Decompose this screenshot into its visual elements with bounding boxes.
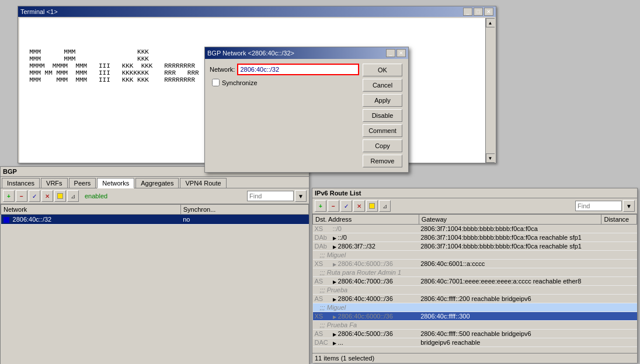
- ipv6-find-dropdown[interactable]: ▼: [623, 200, 635, 212]
- cell-distance: [601, 260, 637, 268]
- dialog-title: BGP Network <2806:40c::/32>: [207, 50, 294, 57]
- ipv6-filter-button[interactable]: ⊿: [379, 200, 391, 212]
- terminal-minimize-button[interactable]: _: [463, 8, 472, 16]
- scrollbar-up[interactable]: ▲: [486, 18, 495, 27]
- table-row[interactable]: DAb ▶ 2806:3f7::/32 2806:3f7:1004:bbbb:b…: [313, 242, 637, 251]
- synchronize-row: Synchronize: [212, 79, 359, 86]
- table-row[interactable]: AS ▶ 2806:40c:5000::/36 2806:40c:ffff::5…: [313, 330, 637, 338]
- network-field-row: Network:: [210, 64, 359, 75]
- cell-gateway: 2806:40c:ffff::300: [419, 312, 601, 321]
- cell-gateway: 2806:40c:ffff::200 reachable bridgeipv6: [419, 295, 601, 303]
- cell-distance: [601, 312, 637, 321]
- find-dropdown[interactable]: ▼: [295, 190, 307, 202]
- dialog-close-button[interactable]: ✕: [396, 49, 406, 57]
- bgp-find-input[interactable]: [247, 191, 294, 201]
- ipv6-status-text: 11 items (1 selected): [315, 355, 374, 362]
- disable-button[interactable]: Disable: [363, 109, 402, 122]
- ok-button[interactable]: OK: [363, 64, 402, 76]
- cell-dst: DAb ▶ 2806:3f7::/32: [313, 242, 419, 251]
- tab-vrfs[interactable]: VRFs: [41, 178, 68, 188]
- cell-dst: AS ▶ 2806:40c:5000::/36: [313, 330, 419, 338]
- table-row[interactable]: ;;; Prueba Fa: [313, 321, 637, 330]
- dialog-buttons: OK Cancel Apply Disable Comment Copy Rem…: [363, 64, 404, 167]
- ipv6-find-input[interactable]: [575, 201, 622, 211]
- table-row[interactable]: 2806:40c::/32 no: [1, 215, 309, 225]
- cell-gateway: bridgeipv6 reachable: [419, 338, 601, 347]
- terminal-close-button[interactable]: ✕: [484, 8, 493, 16]
- terminal-title: Terminal <1>: [20, 8, 58, 15]
- cell-gateway: 2806:3f7:1004:bbbb:bbbb:bbbb:f0ca:f0ca r…: [419, 242, 601, 251]
- terminal-scrollbar[interactable]: ▲ ▼: [485, 18, 495, 163]
- table-row[interactable]: ;;; Miguel: [313, 303, 637, 312]
- terminal-maximize-button[interactable]: □: [474, 8, 483, 16]
- cell-dst: AS ▶ 2806:40c:7000::/36: [313, 277, 419, 286]
- dialog-minimize-button[interactable]: _: [386, 49, 395, 57]
- comment-cell: ;;; Miguel: [313, 251, 637, 260]
- tab-aggregates[interactable]: Aggregates: [135, 178, 179, 188]
- ipv6-enable-button[interactable]: ✓: [340, 200, 352, 212]
- ipv6-remove-button[interactable]: −: [328, 200, 339, 212]
- tab-instances[interactable]: Instances: [2, 178, 40, 188]
- remove-button[interactable]: −: [16, 190, 27, 202]
- comment-button[interactable]: Comment: [363, 124, 402, 137]
- table-row[interactable]: ;;; Miguel: [313, 251, 637, 260]
- comment-cell: ;;; Ruta para Router Admin 1: [313, 268, 637, 277]
- tab-networks[interactable]: Networks: [97, 178, 134, 188]
- cell-distance: [601, 295, 637, 303]
- ipv6-toolbar: + − ✓ ✕ ⊿ ▼: [312, 198, 637, 214]
- ipv6-panel-title: IPv6 Route List: [312, 188, 637, 198]
- ipv6-panel: IPv6 Route List + − ✓ ✕ ⊿ ▼ Dst. Address…: [312, 188, 638, 363]
- ipv6-copy-button[interactable]: [366, 200, 378, 212]
- bgp-tab-bar: Instances VRFs Peers Networks Aggregates…: [1, 177, 309, 188]
- add-button[interactable]: +: [3, 190, 15, 202]
- table-row[interactable]: ;;; Ruta para Router Admin 1: [313, 268, 637, 277]
- network-input[interactable]: [237, 64, 359, 75]
- copy-button-tb[interactable]: [54, 190, 66, 202]
- ipv6-add-button[interactable]: +: [315, 200, 326, 212]
- synchronize-label: Synchronize: [222, 79, 258, 86]
- scrollbar-down[interactable]: ▼: [486, 153, 495, 163]
- bgp-network-dialog: BGP Network <2806:40c::/32> _ ✕ Network:…: [204, 47, 409, 173]
- cell-gateway: 2806:40c:7001:eeee:eeee:eeee:a:cccc reac…: [419, 277, 601, 286]
- table-row[interactable]: AS ▶ 2806:40c:4000::/36 2806:40c:ffff::2…: [313, 295, 637, 303]
- cell-gateway: 2806:40c:ffff::500 reachable bridgeipv6: [419, 330, 601, 338]
- cell-network: 2806:40c::/32: [1, 215, 181, 225]
- enable-button[interactable]: ✓: [29, 190, 40, 202]
- col-network[interactable]: Network: [1, 205, 181, 215]
- dialog-titlebar: BGP Network <2806:40c::/32> _ ✕: [205, 47, 408, 59]
- table-row[interactable]: AS ▶ 2806:40c:7000::/36 2806:40c:7001:ee…: [313, 277, 637, 286]
- ipv6-disable-button[interactable]: ✕: [353, 200, 365, 212]
- bgp-table-container: Network Synchron... 2806:40c::/32 no: [1, 204, 309, 352]
- table-row[interactable]: ;;; Prueba: [313, 286, 637, 295]
- table-row[interactable]: DAC ▶ ... bridgeipv6 reachable: [313, 338, 637, 347]
- cell-gateway: 2806:3f7:1004:bbbb:bbbb:bbbb:f0ca:f0ca: [419, 225, 601, 233]
- disable-button-tb[interactable]: ✕: [41, 190, 53, 202]
- apply-button[interactable]: Apply: [363, 94, 402, 107]
- dialog-left-panel: Network: Synchronize: [210, 64, 359, 167]
- tab-peers[interactable]: Peers: [69, 178, 96, 188]
- remove-button[interactable]: Remove: [363, 155, 402, 167]
- terminal-titlebar-buttons: _ □ ✕: [463, 8, 493, 16]
- terminal-titlebar: Terminal <1> _ □ ✕: [18, 6, 496, 17]
- cancel-button[interactable]: Cancel: [363, 79, 402, 92]
- comment-cell: ;;; Miguel: [313, 303, 637, 312]
- cell-gateway: 2806:40c:6001::a:cccc: [419, 260, 601, 268]
- col-synchronize[interactable]: Synchron...: [180, 205, 308, 215]
- ipv6-table-scroll[interactable]: Dst. Address Gateway Distance XS ::/0 28…: [312, 214, 637, 353]
- cell-dst: XS ▶ 2806:40c:6000::/36: [313, 260, 419, 268]
- comment-cell: ;;; Prueba Fa: [313, 321, 637, 330]
- table-row[interactable]: DAb ▶ ::/0 2806:3f7:1004:bbbb:bbbb:bbbb:…: [313, 233, 637, 242]
- table-row[interactable]: XS ▶ 2806:40c:6000::/36 2806:40c:6001::a…: [313, 260, 637, 268]
- col-gateway[interactable]: Gateway: [419, 215, 601, 225]
- cell-dst: DAb ▶ ::/0: [313, 233, 419, 242]
- synchronize-checkbox[interactable]: [212, 79, 220, 86]
- table-row[interactable]: XS ::/0 2806:3f7:1004:bbbb:bbbb:bbbb:f0c…: [313, 225, 637, 233]
- copy-button[interactable]: Copy: [363, 139, 402, 152]
- comment-cell: ;;; Prueba: [313, 286, 637, 295]
- tab-vpn4route[interactable]: VPN4 Route: [180, 178, 226, 188]
- col-distance[interactable]: Distance: [601, 215, 637, 225]
- cell-distance: [601, 242, 637, 251]
- table-row[interactable]: XS ▶ 2806:40c:6000::/36 2806:40c:ffff::3…: [313, 312, 637, 321]
- col-dst-address[interactable]: Dst. Address: [313, 215, 419, 225]
- filter-button[interactable]: ⊿: [67, 190, 79, 202]
